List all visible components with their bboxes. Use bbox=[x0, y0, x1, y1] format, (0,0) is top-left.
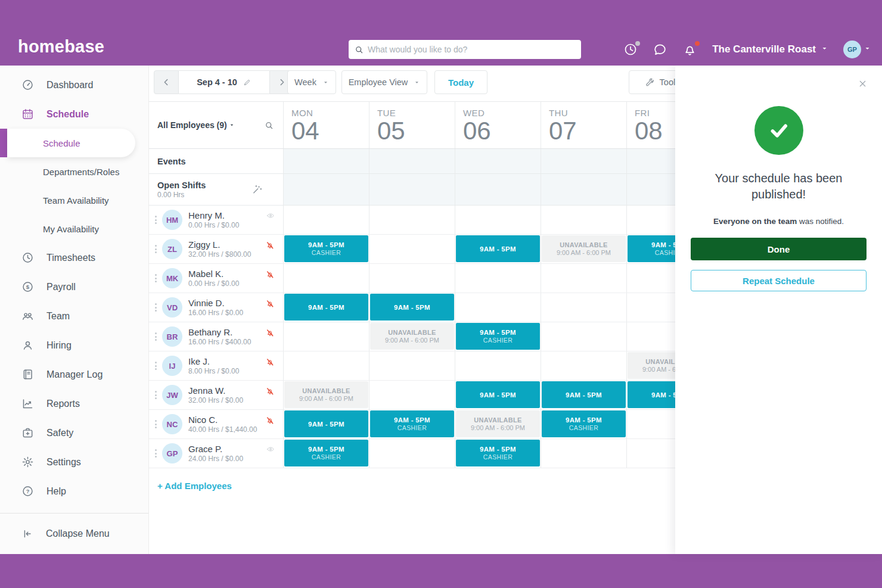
shift-cell[interactable] bbox=[369, 381, 455, 409]
shift-cell[interactable] bbox=[455, 293, 541, 322]
shift-block[interactable]: 9AM - 5PM bbox=[456, 235, 540, 262]
notifications-button[interactable] bbox=[682, 42, 697, 57]
repeat-schedule-button[interactable]: Repeat Schedule bbox=[691, 270, 867, 291]
day-header-tue[interactable]: TUE05 bbox=[369, 102, 455, 148]
shift-block[interactable]: 9AM - 5PMCASHIER bbox=[284, 440, 368, 466]
shift-block[interactable]: 9AM - 5PM bbox=[284, 410, 368, 437]
sidebar-item-payroll[interactable]: $Payroll bbox=[0, 272, 148, 301]
global-search[interactable] bbox=[349, 40, 581, 59]
collapse-menu-button[interactable]: Collapse Menu bbox=[0, 513, 148, 554]
shift-cell[interactable]: 9AM - 5PMCASHIER bbox=[283, 235, 369, 263]
shift-block[interactable]: 9AM - 5PMCASHIER bbox=[542, 410, 626, 437]
sidebar-item-dashboard[interactable]: Dashboard bbox=[0, 70, 148, 99]
shift-cell[interactable] bbox=[369, 206, 455, 234]
shift-cell[interactable]: 9AM - 5PM bbox=[369, 293, 455, 322]
employees-filter[interactable]: All Employees (9) bbox=[157, 120, 235, 130]
sidebar-item-help[interactable]: ?Help bbox=[0, 477, 148, 506]
shift-cell[interactable]: UNAVAILABLE9:00 AM - 6:00 PM bbox=[455, 410, 541, 438]
shift-block[interactable]: 9AM - 5PM bbox=[456, 381, 540, 408]
view-mode-select[interactable]: Employee View bbox=[341, 70, 427, 94]
shift-cell[interactable]: 9AM - 5PM bbox=[283, 293, 369, 322]
shift-cell[interactable] bbox=[283, 351, 369, 380]
day-header-thu[interactable]: THU07 bbox=[541, 102, 626, 148]
shift-block[interactable]: 9AM - 5PMCASHIER bbox=[370, 410, 454, 437]
shift-cell[interactable]: 9AM - 5PM bbox=[455, 235, 541, 263]
shift-cell[interactable] bbox=[283, 206, 369, 234]
drag-handle-icon[interactable] bbox=[155, 449, 157, 458]
shift-block[interactable]: 9AM - 5PMCASHIER bbox=[456, 440, 540, 466]
shift-cell[interactable]: UNAVAILABLE9:00 AM - 6:00 PM bbox=[541, 235, 626, 263]
sidebar-item-timesheets[interactable]: Timesheets bbox=[0, 243, 148, 272]
shift-block[interactable]: 9AM - 5PM bbox=[284, 294, 368, 321]
drag-handle-icon[interactable] bbox=[155, 362, 157, 370]
done-button[interactable]: Done bbox=[691, 238, 867, 260]
open-shifts-day-cell[interactable] bbox=[541, 174, 626, 205]
date-range-button[interactable]: Sep 4 - 10 bbox=[179, 70, 269, 94]
shift-cell[interactable] bbox=[455, 264, 541, 293]
shift-cell[interactable] bbox=[455, 351, 541, 380]
day-header-mon[interactable]: MON04 bbox=[283, 102, 369, 148]
shift-cell[interactable] bbox=[541, 293, 626, 322]
sidebar-item-manager-log[interactable]: Manager Log bbox=[0, 360, 148, 389]
open-shifts-day-cell[interactable] bbox=[455, 174, 541, 205]
events-day-cell[interactable] bbox=[541, 149, 626, 173]
drag-handle-icon[interactable] bbox=[155, 216, 157, 224]
sidebar-item-settings[interactable]: Settings bbox=[0, 447, 148, 477]
account-menu[interactable]: GP bbox=[843, 41, 871, 58]
shift-cell[interactable] bbox=[541, 264, 626, 293]
day-header-wed[interactable]: WED06 bbox=[455, 102, 541, 148]
today-button[interactable]: Today bbox=[434, 70, 487, 94]
shift-cell[interactable] bbox=[541, 351, 626, 380]
shift-cell[interactable]: 9AM - 5PMCASHIER bbox=[541, 410, 626, 438]
events-day-cell[interactable] bbox=[283, 149, 369, 173]
shift-cell[interactable]: 9AM - 5PMCASHIER bbox=[455, 322, 541, 351]
shift-cell[interactable] bbox=[283, 264, 369, 293]
drag-handle-icon[interactable] bbox=[155, 245, 157, 253]
open-shifts-day-cell[interactable] bbox=[369, 174, 455, 205]
shift-cell[interactable] bbox=[369, 264, 455, 293]
shift-cell[interactable]: 9AM - 5PMCASHIER bbox=[455, 439, 541, 468]
events-day-cell[interactable] bbox=[369, 149, 455, 173]
sidebar-subitem-departments-roles[interactable]: Departments/Roles bbox=[0, 157, 148, 186]
shift-cell[interactable] bbox=[369, 351, 455, 380]
shift-cell[interactable] bbox=[541, 439, 626, 468]
shift-block[interactable]: 9AM - 5PM bbox=[542, 381, 626, 408]
employee-search-icon[interactable] bbox=[265, 121, 274, 130]
shift-cell[interactable] bbox=[455, 206, 541, 234]
shift-block[interactable]: 9AM - 5PMCASHIER bbox=[284, 235, 368, 262]
events-day-cell[interactable] bbox=[455, 149, 541, 173]
shift-cell[interactable]: 9AM - 5PM bbox=[455, 381, 541, 409]
drag-handle-icon[interactable] bbox=[155, 274, 157, 282]
open-shifts-day-cell[interactable] bbox=[283, 174, 369, 205]
auto-schedule-wand-icon[interactable] bbox=[251, 184, 263, 195]
shift-cell[interactable]: 9AM - 5PM bbox=[541, 381, 626, 409]
add-employees-button[interactable]: + Add Employees bbox=[157, 481, 232, 491]
sidebar-subitem-schedule[interactable]: Schedule bbox=[0, 129, 135, 157]
shift-cell[interactable] bbox=[541, 206, 626, 234]
shift-cell[interactable]: 9AM - 5PMCASHIER bbox=[369, 410, 455, 438]
timeclock-button[interactable] bbox=[623, 42, 638, 57]
shift-cell[interactable]: UNAVAILABLE9:00 AM - 6:00 PM bbox=[369, 322, 455, 351]
drag-handle-icon[interactable] bbox=[155, 420, 157, 428]
messages-button[interactable] bbox=[653, 42, 667, 57]
shift-cell[interactable] bbox=[283, 322, 369, 351]
drag-handle-icon[interactable] bbox=[155, 303, 157, 312]
sidebar-item-reports[interactable]: Reports bbox=[0, 389, 148, 418]
sidebar-item-safety[interactable]: Safety bbox=[0, 418, 148, 447]
shift-cell[interactable] bbox=[369, 235, 455, 263]
search-input[interactable] bbox=[368, 45, 575, 54]
sidebar-item-hiring[interactable]: Hiring bbox=[0, 331, 148, 360]
view-range-select[interactable]: Week bbox=[287, 70, 336, 94]
sidebar-item-team[interactable]: Team bbox=[0, 301, 148, 331]
shift-cell[interactable]: 9AM - 5PM bbox=[283, 410, 369, 438]
company-menu[interactable]: The Canterville Roast bbox=[712, 43, 828, 55]
close-icon[interactable] bbox=[858, 79, 868, 89]
drag-handle-icon[interactable] bbox=[155, 332, 157, 341]
shift-cell[interactable]: UNAVAILABLE9:00 AM - 6:00 PM bbox=[283, 381, 369, 409]
shift-cell[interactable] bbox=[541, 322, 626, 351]
shift-cell[interactable] bbox=[369, 439, 455, 468]
shift-cell[interactable]: 9AM - 5PMCASHIER bbox=[283, 439, 369, 468]
shift-block[interactable]: 9AM - 5PM bbox=[370, 294, 454, 321]
shift-block[interactable]: 9AM - 5PMCASHIER bbox=[456, 323, 540, 350]
sidebar-subitem-my-availability[interactable]: My Availability bbox=[0, 214, 148, 243]
